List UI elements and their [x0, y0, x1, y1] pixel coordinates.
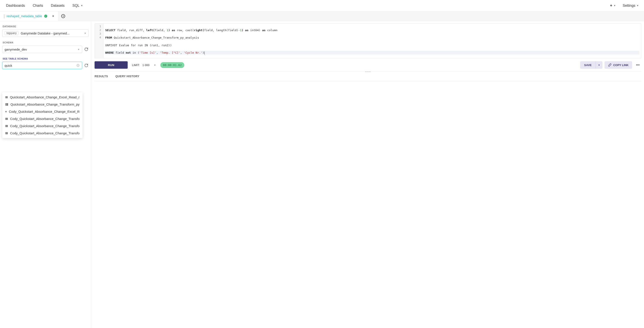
database-select[interactable]: bigquery Ganymede Datalake - ganymed... … [2, 30, 89, 37]
tab-results[interactable]: RESULTS [94, 75, 108, 78]
code-token: as [243, 29, 248, 32]
code-token: right( [194, 29, 204, 32]
code-token: as [262, 29, 266, 32]
database-label: DATABASE [2, 25, 89, 28]
tab-title: reshaped_metadata_table [6, 15, 42, 18]
svg-rect-1 [6, 96, 8, 98]
run-button[interactable]: RUN [94, 61, 128, 69]
table-search-input[interactable] [4, 64, 76, 67]
editor-cursor [204, 52, 204, 55]
results-panel [94, 81, 642, 328]
svg-rect-5 [6, 103, 8, 105]
chevron-down-icon: ▼ [84, 32, 86, 35]
limit-value: 1 000 [142, 64, 150, 67]
code-token: SELECT [105, 29, 116, 32]
save-dropdown-button[interactable]: ▼ [596, 61, 602, 69]
more-options-button[interactable]: ••• [634, 61, 642, 69]
nav-settings-label: Settings [623, 4, 635, 8]
svg-rect-4 [6, 96, 6, 98]
nav-charts[interactable]: Charts [29, 0, 47, 11]
svg-rect-16 [6, 118, 6, 120]
chevron-down-icon: ▼ [636, 4, 639, 7]
workspace: DATABASE bigquery Ganymede Datalake - ga… [0, 21, 644, 328]
table-option[interactable]: Cody_Quickstart_Absorbance_Change_Transf… [2, 122, 82, 130]
table-option-label: Cody_Quickstart_Absorbance_Change_Transf… [10, 117, 80, 121]
code-token: int64) [248, 29, 262, 32]
table-option[interactable]: Cody_Quickstart_Absorbance_Change_Transf… [2, 115, 82, 122]
nav-settings[interactable]: Settings ▼ [621, 0, 640, 11]
limit-label: LIMIT: [132, 64, 140, 67]
schema-label: SCHEMA [2, 41, 89, 44]
line-number: 2 [96, 28, 101, 32]
line-number: 1 [96, 25, 101, 28]
code-token: as [170, 29, 175, 32]
database-chip: bigquery [4, 31, 18, 35]
table-icon [5, 117, 8, 120]
code-token: , [180, 51, 184, 54]
table-option-label: Quickstart_Absorbance_Change_Transform_p… [10, 103, 80, 106]
editor-code[interactable]: SELECT field, run_diff, left(field, 1) a… [104, 24, 641, 58]
clear-icon[interactable] [76, 64, 80, 67]
nav-dashboards[interactable]: Dashboards [2, 0, 29, 11]
code-token: FROM [105, 36, 112, 39]
code-token: not [126, 51, 131, 54]
nav-left: Dashboards Charts Datasets SQL ▼ [2, 0, 87, 11]
table-option[interactable]: Cody_Quickstart_Absorbance_Change_Transf… [2, 130, 82, 137]
link-icon [608, 63, 612, 67]
table-option[interactable]: Cody_Quickstart_Absorbance_Change_Excel_… [2, 108, 82, 115]
table-icon [5, 103, 8, 106]
editor-gutter: 1 2 3 4 [95, 24, 104, 58]
table-option[interactable]: Quickstart_Absorbance_Change_Transform_p… [2, 101, 82, 108]
code-token: value for run IN (run1, run2)) [120, 44, 172, 47]
plus-icon: + [610, 3, 612, 8]
query-tab-active[interactable]: reshaped_metadata_table ✓ ✕ [0, 11, 58, 21]
code-token: , [156, 51, 160, 54]
svg-rect-21 [6, 132, 8, 134]
schema-select[interactable]: ganymede_dev ▼ [2, 46, 82, 53]
table-icon [5, 132, 8, 135]
code-token: left( [146, 29, 155, 32]
svg-rect-20 [6, 125, 6, 127]
svg-rect-18 [6, 126, 8, 126]
code-token: field, run_diff, [116, 29, 146, 32]
schema-value: ganymede_dev [4, 48, 78, 51]
resize-handle[interactable]: ━━━ [94, 70, 642, 73]
code-token: field, length(field) [204, 29, 238, 32]
svg-rect-13 [6, 118, 8, 120]
refresh-icon[interactable] [84, 63, 89, 68]
results-tabs: RESULTS QUERY HISTORY [94, 73, 642, 81]
nav-add-button[interactable]: + ▼ [609, 0, 617, 11]
table-option[interactable]: Quickstart_Absorbance_Change_Excel_Read_… [2, 94, 82, 101]
query-tabs: reshaped_metadata_table ✓ ✕ + [0, 11, 644, 21]
schema-row: ganymede_dev ▼ [2, 46, 89, 53]
code-token: ) [202, 51, 204, 54]
save-button[interactable]: SAVE [580, 61, 596, 69]
svg-rect-24 [6, 132, 6, 134]
database-value: Ganymede Datalake - ganymed... [21, 32, 84, 35]
nav-sql[interactable]: SQL ▼ [69, 0, 87, 11]
add-tab-button[interactable]: + [58, 11, 68, 21]
nav-datasets[interactable]: Datasets [47, 0, 68, 11]
code-token: in ( [131, 51, 139, 54]
toolbar-right: SAVE ▼ COPY LINK ••• [580, 61, 642, 69]
line-number: 3 [96, 32, 101, 36]
sql-editor[interactable]: 1 2 3 4 SELECT field, run_diff, left(fie… [94, 23, 642, 58]
code-token: field, [155, 29, 167, 32]
svg-rect-19 [6, 126, 8, 127]
table-option-label: Cody_Quickstart_Absorbance_Change_Transf… [10, 131, 80, 135]
check-circle-icon: ✓ [44, 15, 47, 18]
refresh-icon[interactable] [84, 47, 89, 52]
svg-rect-17 [6, 125, 8, 127]
drag-handle-icon[interactable] [4, 15, 4, 18]
line-number: 4 [96, 36, 101, 39]
code-token: 'Temp. [°C]' [160, 51, 180, 54]
chevron-down-icon: ▼ [598, 64, 600, 66]
nav-right: + ▼ Settings ▼ [609, 0, 642, 11]
copy-link-button[interactable]: COPY LINK [604, 61, 632, 69]
table-icon [5, 96, 8, 99]
limit-selector[interactable]: LIMIT: 1 000 ▼ [132, 64, 156, 67]
main-panel: 1 2 3 4 SELECT field, run_diff, left(fie… [91, 21, 644, 328]
close-icon[interactable]: ✕ [52, 15, 54, 18]
tab-query-history[interactable]: QUERY HISTORY [116, 75, 140, 78]
table-search-input-wrap [2, 62, 82, 69]
